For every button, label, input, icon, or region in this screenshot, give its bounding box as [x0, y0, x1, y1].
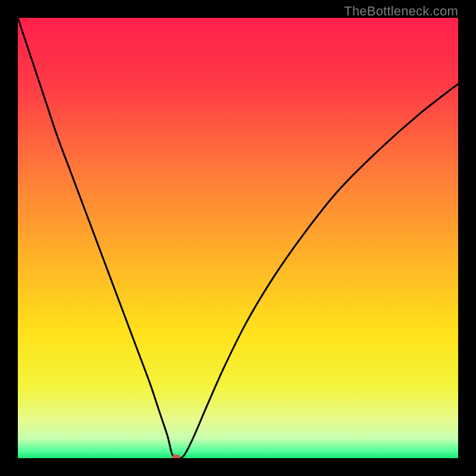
chart-frame: TheBottleneck.com [0, 0, 476, 476]
optimal-point-marker [172, 455, 180, 458]
plot-area [18, 18, 458, 458]
watermark-text: TheBottleneck.com [344, 4, 458, 19]
bottleneck-curve [18, 18, 458, 458]
